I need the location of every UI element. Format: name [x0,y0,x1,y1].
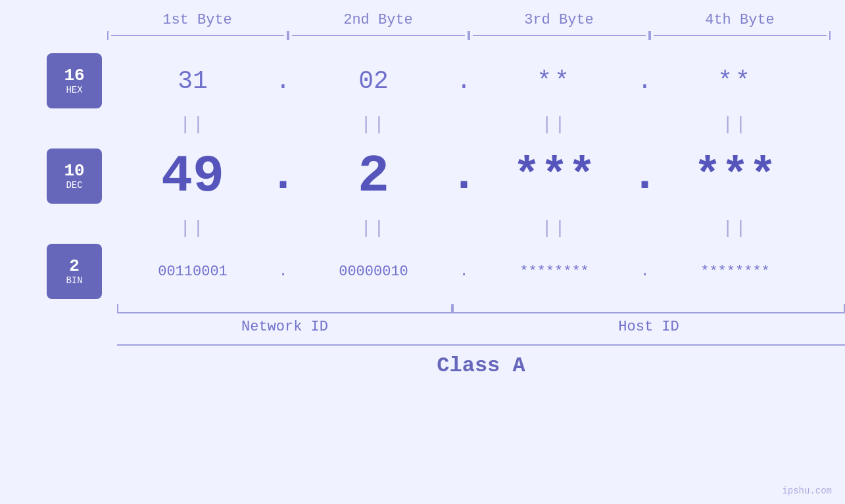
bin-bottom-brackets [117,304,845,313]
hex-dot2: . [449,67,479,95]
bin-dot1: . [268,263,298,280]
dec-dot3: . [630,153,660,199]
bin-b2: 00000010 [298,263,449,280]
byte1-header: 1st Byte [107,12,288,28]
hex-dot3: . [630,67,660,95]
host-id-label-cell: Host ID [452,319,845,335]
bin-badge-number: 2 [69,257,80,276]
class-label-row: Class A [117,354,845,378]
class-bracket-line [117,344,845,346]
dec-dot2: . [449,153,479,199]
host-id-bracket [452,304,845,313]
hex-b4: ** [660,67,811,95]
network-id-label: Network ID [241,319,328,335]
eq1-b2: || [298,114,449,135]
header-brackets [0,31,845,40]
dec-b1: 49 [117,147,268,206]
byte3-header: 3rd Byte [469,12,650,28]
badges-column: 16 HEX 10 DEC 2 BIN [32,53,117,299]
bin-b3: ******** [479,263,630,280]
main-container: 1st Byte 2nd Byte 3rd Byte 4th Byte [0,0,845,504]
bracket-byte2 [288,31,469,40]
watermark: ipshu.com [782,486,832,496]
dec-badge: 10 DEC [47,149,102,204]
eq1-b1: || [117,114,268,135]
eq2-b1: || [117,218,268,239]
bin-dot3: . [630,263,660,280]
dec-row: 49 . 2 . *** . *** [117,140,845,212]
id-labels-row: Network ID Host ID [117,319,845,335]
bin-b1: 00110001 [117,263,268,280]
hex-badge: 16 HEX [47,53,102,108]
dec-dot1: . [268,153,298,199]
byte-headers: 1st Byte 2nd Byte 3rd Byte 4th Byte [0,12,845,28]
bin-badge: 2 BIN [47,244,102,299]
hex-b3: ** [479,67,630,95]
eq2-b3: || [479,218,630,239]
hex-badge-label: HEX [66,85,82,95]
dec-badge-label: DEC [66,180,82,191]
eq1-b4: || [660,114,811,135]
hex-b1: 31 [117,67,268,95]
bracket-byte1 [107,31,288,40]
equals-row-1: || || || || [117,108,845,140]
bracket-byte3 [469,31,650,40]
hex-dot1: . [268,67,298,95]
byte4-header: 4th Byte [650,12,831,28]
hex-b2: 02 [298,67,449,95]
hex-row: 31 . 02 . ** . ** [117,53,845,108]
bin-row: 00110001 . 00000010 . ******** . [117,244,845,299]
bin-b4: ******** [660,263,811,280]
eq2-b4: || [660,218,811,239]
values-area: 31 . 02 . ** . ** [117,53,845,378]
equals-row-2: || || || || [117,212,845,244]
main-content: 16 HEX 10 DEC 2 BIN [0,53,845,378]
bin-badge-label: BIN [66,275,82,286]
dec-badge-number: 10 [64,162,84,181]
eq1-b3: || [479,114,630,135]
bracket-byte4 [650,31,831,40]
dec-b2: 2 [298,147,449,206]
dec-b3: *** [479,150,630,202]
eq2-b2: || [298,218,449,239]
byte2-header: 2nd Byte [288,12,469,28]
network-id-label-cell: Network ID [117,319,452,335]
bin-dot2: . [449,263,479,280]
host-id-label: Host ID [618,319,679,335]
hex-badge-number: 16 [64,66,84,85]
network-id-bracket [117,304,452,313]
class-label: Class A [437,354,525,378]
dec-b4: *** [660,150,811,202]
